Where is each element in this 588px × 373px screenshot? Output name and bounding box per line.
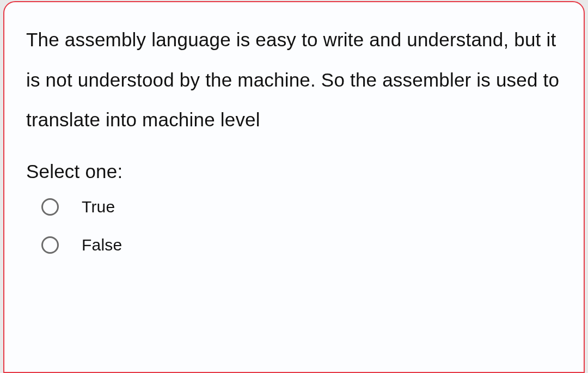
radio-icon[interactable] xyxy=(41,198,59,216)
question-text: The assembly language is easy to write a… xyxy=(26,20,562,140)
radio-icon[interactable] xyxy=(41,236,59,254)
question-card: The assembly language is easy to write a… xyxy=(3,1,585,373)
option-false[interactable]: False xyxy=(41,236,562,254)
select-one-prompt: Select one: xyxy=(26,161,562,182)
options-group: True False xyxy=(26,198,562,254)
option-label: True xyxy=(82,198,115,216)
option-label: False xyxy=(82,236,122,254)
option-true[interactable]: True xyxy=(41,198,562,216)
